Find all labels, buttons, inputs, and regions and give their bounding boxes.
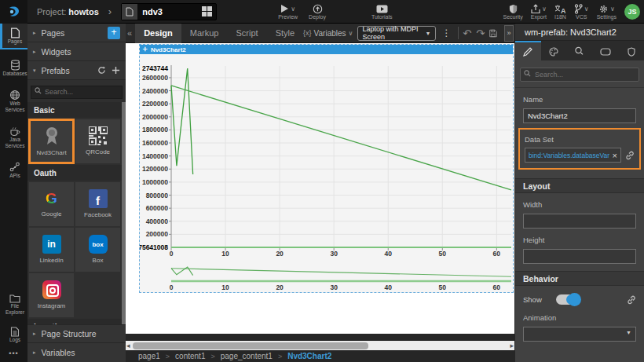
tab-search-props[interactable]	[567, 41, 593, 60]
bind-link-icon[interactable]	[627, 295, 636, 305]
tab-design[interactable]: Design	[135, 24, 181, 43]
variables-dropdown[interactable]: {x} Variables ∨	[303, 29, 353, 38]
wavemaker-logo-icon	[7, 5, 21, 19]
rail-label: APIs	[9, 173, 20, 179]
wavemaker-logo[interactable]	[0, 0, 27, 24]
tab-security-props[interactable]	[618, 41, 644, 60]
prefab-tile-qrcode[interactable]: QRCode	[75, 119, 120, 163]
canvas-horizontal-scrollbar[interactable]: ◂ ▸	[126, 340, 514, 350]
collapse-left-panel-button[interactable]: «	[126, 28, 135, 38]
save-icon[interactable]	[489, 28, 497, 38]
width-field[interactable]	[523, 214, 636, 229]
accordion-pages[interactable]: ▸ Pages +	[27, 24, 126, 42]
dataset-field[interactable]: bind:Variables.databaseVariable1.dataSet…	[525, 148, 621, 163]
breadcrumb-page-content1[interactable]: page_content1	[221, 352, 273, 360]
clear-binding-icon[interactable]: ×	[609, 151, 620, 160]
rail-more-button[interactable]: •••	[0, 346, 27, 362]
add-page-button[interactable]: +	[108, 27, 120, 39]
nvd3chart-widget[interactable]: ✛ Nvd3Chart2 200000400000600000800000100…	[139, 44, 514, 293]
user-avatar[interactable]: JS	[624, 4, 640, 20]
tab-script[interactable]: Script	[228, 24, 267, 43]
left-panel-scrollbar[interactable]	[122, 102, 126, 325]
accordion-widgets[interactable]: ▸ Widgets	[27, 42, 126, 61]
rail-item-apis[interactable]: APIs	[0, 158, 27, 182]
scroll-right-arrow-icon[interactable]: ▸	[510, 341, 514, 350]
chevron-down-icon[interactable]: ∨	[610, 5, 615, 13]
toggle-knob[interactable]	[568, 293, 581, 306]
undo-button[interactable]: ↶	[463, 27, 471, 39]
scrollbar-thumb[interactable]	[133, 342, 368, 349]
properties-search-row	[520, 66, 639, 82]
page-tab-ndv3[interactable]: ndv3	[121, 3, 217, 20]
prefab-tile-box[interactable]: box Box	[75, 228, 120, 272]
animation-field-label: Animation	[523, 313, 636, 322]
prefab-tile-linkedin[interactable]: in LinkedIn	[29, 228, 74, 272]
rail-item-logs[interactable]: Logs	[0, 323, 27, 346]
rail-item-file-explorer[interactable]: File Explorer	[0, 290, 27, 320]
accordion-widgets-label: Widgets	[42, 47, 71, 57]
vcs-button[interactable]: ∨ VCS	[574, 3, 589, 20]
import-prefab-plus-icon[interactable]	[112, 66, 120, 75]
animation-select[interactable]	[523, 327, 636, 342]
deploy-button[interactable]: Deploy	[309, 3, 326, 20]
accordion-prefabs[interactable]: ▾ Prefabs	[27, 61, 126, 80]
prefab-tile-facebook[interactable]: f Facebook	[75, 182, 120, 226]
tab-properties[interactable]	[515, 41, 541, 60]
settings-button[interactable]: ∨ Settings	[597, 3, 617, 20]
tutorials-button[interactable]: Tutorials	[371, 3, 393, 20]
deploy-icon	[313, 4, 323, 14]
prefab-search-input[interactable]	[31, 86, 123, 99]
layout-grid-icon[interactable]	[202, 6, 212, 16]
tab-markup[interactable]: Markup	[181, 24, 228, 43]
rail-item-databases[interactable]: Databases	[0, 56, 27, 80]
rail-item-web-services[interactable]: Web Services	[0, 86, 27, 117]
svg-text:40: 40	[385, 283, 393, 291]
prefab-tile-nvd3chart[interactable]: Nvd3Chart	[29, 119, 74, 163]
breadcrumb-page1[interactable]: page1	[138, 352, 160, 360]
device-select[interactable]: Laptop with MDPI Screen ▼	[357, 26, 435, 41]
java-services-cup-icon	[9, 126, 20, 137]
dataset-binding-value[interactable]: bind:Variables.databaseVariable1.dataSet	[525, 152, 609, 159]
rail-item-java-services[interactable]: Java Services	[0, 122, 27, 153]
accordion-variables[interactable]: ▸ Variables	[27, 343, 126, 362]
caret-down-icon: ▾	[33, 68, 36, 74]
palette-icon	[549, 47, 559, 57]
prefab-tile-instagram[interactable]: Instagram	[29, 273, 74, 317]
chevron-down-icon[interactable]: ∨	[291, 5, 295, 13]
section-oauth: Oauth	[27, 165, 126, 181]
nvd3chart-medal-icon	[43, 126, 60, 146]
refresh-icon[interactable]	[97, 66, 106, 75]
export-button[interactable]: ∨ Export	[531, 3, 547, 20]
caret-right-icon: ▸	[33, 331, 36, 337]
design-canvas[interactable]: ✛ Nvd3Chart2 200000400000600000800000100…	[126, 43, 514, 334]
i18n-button[interactable]: A I18N	[554, 3, 566, 20]
move-icon[interactable]: ✛	[143, 46, 148, 53]
show-toggle[interactable]	[556, 294, 580, 305]
redo-button[interactable]: ↷	[476, 27, 485, 39]
i18n-label: I18N	[554, 14, 566, 20]
scroll-left-arrow-icon[interactable]: ◂	[126, 341, 130, 350]
bind-link-icon[interactable]	[625, 151, 635, 160]
breadcrumb-separator: >	[166, 353, 170, 360]
svg-text:1000000: 1000000	[142, 178, 168, 186]
properties-search-input[interactable]	[520, 68, 639, 82]
breadcrumb-nvd3chart2[interactable]: Nvd3Chart2	[287, 352, 331, 360]
rail-item-pages[interactable]: Pages	[0, 24, 27, 49]
tab-styles[interactable]	[541, 41, 567, 60]
svg-text:60: 60	[493, 250, 501, 258]
widget-selection-header[interactable]: ✛ Nvd3Chart2	[140, 45, 513, 54]
tab-style[interactable]: Style	[267, 24, 303, 43]
expand-right-panel-button[interactable]: »	[504, 25, 514, 42]
chevron-down-icon[interactable]: ∨	[542, 5, 547, 13]
chevron-down-icon[interactable]: ∨	[584, 5, 589, 13]
accordion-page-structure[interactable]: ▸ Page Structure	[27, 324, 126, 343]
preview-button[interactable]: ∨ Preview	[278, 3, 298, 20]
security-button[interactable]: Security	[503, 3, 523, 20]
prefab-tile-google[interactable]: G Google	[29, 182, 74, 226]
breadcrumb-content1[interactable]: content1	[175, 352, 205, 360]
kebab-menu-icon[interactable]: ⋮	[441, 27, 453, 38]
tab-messages[interactable]	[592, 41, 618, 60]
svg-text:20: 20	[276, 250, 284, 258]
height-field[interactable]	[523, 249, 636, 264]
name-field[interactable]	[523, 108, 636, 123]
